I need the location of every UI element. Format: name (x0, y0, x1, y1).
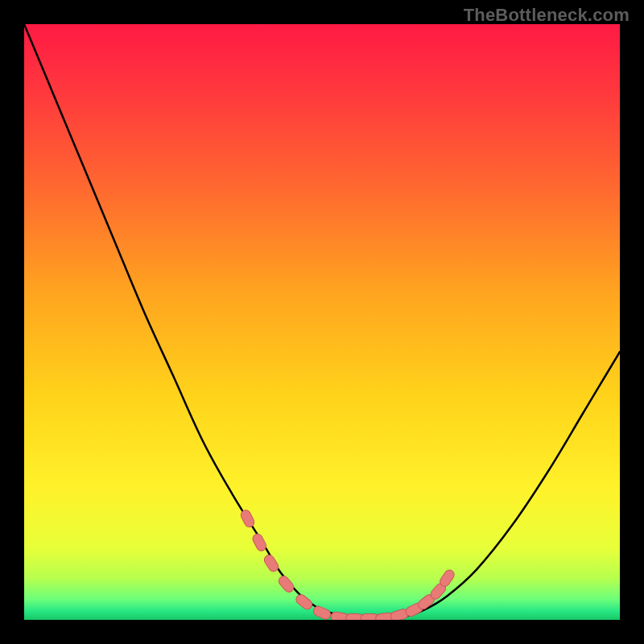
highlight-markers-group (239, 509, 456, 620)
bottleneck-curve (24, 24, 620, 619)
plot-area (24, 24, 620, 620)
highlight-marker (251, 532, 268, 552)
highlight-marker (277, 574, 295, 594)
watermark-text: TheBottleneck.com (464, 5, 630, 26)
highlight-marker (294, 592, 314, 611)
curve-layer (24, 24, 620, 620)
chart-frame: TheBottleneck.com (0, 0, 644, 644)
highlight-marker (262, 553, 280, 573)
